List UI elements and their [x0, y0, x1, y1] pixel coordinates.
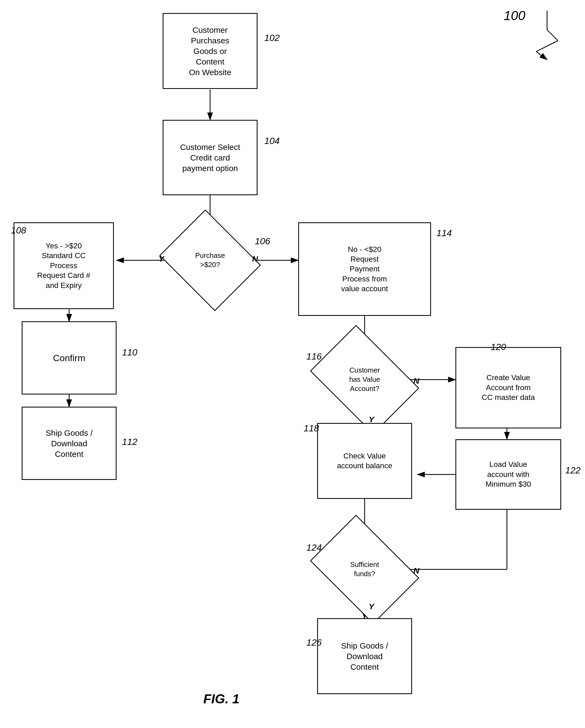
- node-116: Customer has Value Account?: [320, 347, 409, 412]
- ref-124: 124: [306, 542, 322, 553]
- svg-line-18: [536, 41, 558, 52]
- node-124-text: Sufficient funds?: [349, 559, 380, 580]
- ref-102: 102: [264, 32, 280, 43]
- n-label-116: N: [414, 376, 419, 386]
- node-106-text: Purchase >$20?: [194, 250, 227, 271]
- ref-116: 116: [306, 351, 322, 362]
- ref-110: 110: [122, 347, 137, 358]
- node-120: Create Value Account from CC master data: [455, 347, 561, 428]
- n-label-106: N: [252, 254, 258, 263]
- node-110-text: Confirm: [53, 352, 85, 364]
- node-102: Customer Purchases Goods or Content On W…: [163, 13, 258, 89]
- node-112-text: Ship Goods / Download Content: [46, 427, 92, 459]
- node-112: Ship Goods / Download Content: [22, 407, 116, 480]
- node-108: Yes - >$20 Standard CC Process Request C…: [14, 222, 114, 309]
- ref-120: 120: [491, 342, 506, 352]
- node-102-text: Customer Purchases Goods or Content On W…: [189, 25, 231, 78]
- node-104: Customer Select Credit card payment opti…: [163, 120, 258, 195]
- node-104-text: Customer Select Credit card payment opti…: [180, 142, 240, 174]
- ref-126: 126: [306, 637, 322, 648]
- ref-108: 108: [11, 225, 26, 236]
- node-122: Load Value account with Minimum $30: [455, 439, 561, 510]
- flowchart-diagram: 100 Customer Purchases Goods or Content …: [0, 0, 585, 728]
- ref-112: 112: [122, 437, 137, 447]
- svg-line-19: [536, 52, 547, 60]
- n-label-124: N: [414, 566, 419, 575]
- node-126: Ship Goods / Download Content: [317, 618, 412, 694]
- ref-104: 104: [264, 135, 280, 146]
- node-108-text: Yes - >$20 Standard CC Process Request C…: [37, 241, 90, 290]
- fig-label: FIG. 1: [203, 692, 239, 706]
- ref-106: 106: [255, 236, 270, 246]
- node-118: Check Value account balance: [317, 423, 412, 499]
- node-114: No - <$20 Request Payment Process from v…: [298, 222, 431, 316]
- ref-122: 122: [565, 465, 581, 475]
- y-label-106: Y: [159, 254, 164, 263]
- node-126-text: Ship Goods / Download Content: [341, 641, 388, 672]
- ref-118: 118: [303, 423, 319, 434]
- ref-100: 100: [504, 8, 525, 23]
- node-106: Purchase >$20?: [171, 228, 249, 293]
- ref-114: 114: [436, 228, 452, 238]
- node-120-text: Create Value Account from CC master data: [482, 373, 535, 402]
- y-label-116: Y: [369, 415, 374, 424]
- node-124: Sufficient funds?: [320, 537, 409, 602]
- svg-line-17: [547, 30, 558, 41]
- node-122-text: Load Value account with Minimum $30: [485, 460, 531, 489]
- node-118-text: Check Value account balance: [337, 451, 392, 471]
- node-114-text: No - <$20 Request Payment Process from v…: [341, 244, 388, 294]
- node-116-text: Customer has Value Account?: [348, 364, 381, 394]
- node-110: Confirm: [22, 321, 116, 394]
- zigzag-arrow: [531, 8, 563, 62]
- y-label-124: Y: [369, 602, 374, 611]
